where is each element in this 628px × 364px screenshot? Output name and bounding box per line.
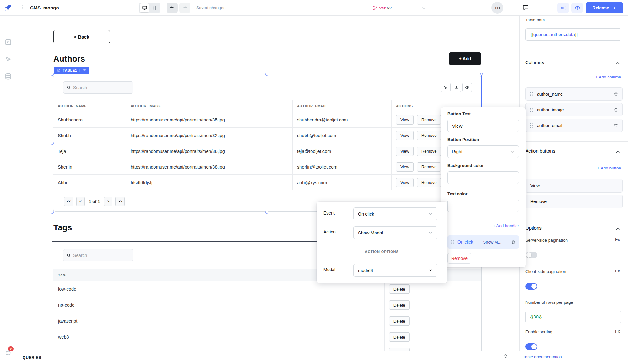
trash-icon[interactable] [614, 107, 618, 112]
table-row: web3 Delete [53, 329, 481, 345]
remove-button[interactable]: Remove [417, 178, 441, 187]
column-item-author-image[interactable]: author_image [525, 103, 623, 116]
collapse-columns-chevron-up-icon[interactable] [615, 61, 620, 66]
app-logo[interactable] [0, 0, 16, 16]
remove-button[interactable]: Remove [417, 147, 441, 156]
selection-handle[interactable] [51, 73, 54, 76]
drag-handle-icon[interactable] [530, 92, 533, 97]
undo-button[interactable] [167, 3, 178, 13]
column-header-author-name[interactable]: AUTHOR_NAME [53, 100, 126, 112]
section-divider [520, 53, 628, 53]
trash-icon[interactable] [83, 68, 86, 72]
action-select[interactable]: Show Modal [353, 226, 437, 239]
remove-action-button[interactable]: Remove [447, 253, 471, 264]
trash-icon[interactable] [614, 92, 618, 97]
chevron-down-icon [428, 231, 433, 235]
column-header-author-image[interactable]: AUTHOR_IMAGE [126, 100, 293, 112]
download-button[interactable] [452, 83, 461, 92]
hide-columns-button[interactable] [462, 83, 472, 92]
cell-author-email: sherfin@tooljet.com [293, 159, 392, 174]
filter-button[interactable] [441, 83, 451, 92]
debugger-button[interactable]: 2 [0, 349, 16, 357]
prev-page-button[interactable]: < [76, 197, 85, 206]
modal-select[interactable]: modal3 [353, 264, 437, 277]
view-button[interactable]: View [396, 115, 414, 125]
drag-handle-icon[interactable] [451, 239, 454, 244]
view-button[interactable]: View [396, 147, 414, 156]
table-documentation-link[interactable]: Table documentation [523, 355, 562, 359]
inspector-panel-button[interactable] [0, 56, 16, 63]
release-button[interactable]: Release [586, 2, 623, 13]
background-color-input[interactable] [447, 171, 519, 184]
app-menu-kebab-icon[interactable] [21, 5, 23, 9]
collapse-options-chevron-up-icon[interactable] [615, 226, 620, 232]
datasources-panel-button[interactable] [0, 73, 16, 80]
column-item-author-name[interactable]: author_name [525, 87, 623, 101]
fx-button[interactable]: Fx [615, 237, 620, 242]
table1-widget-badge[interactable]: TABLE1 | [54, 67, 89, 74]
drag-handle-icon[interactable] [530, 107, 533, 112]
next-page-button[interactable]: > [104, 197, 112, 206]
trash-icon[interactable] [614, 123, 618, 128]
button-position-select[interactable]: Right [447, 145, 519, 158]
event-select[interactable]: On click [353, 207, 437, 220]
avatar[interactable]: TD [491, 2, 503, 14]
selection-handle[interactable] [265, 211, 268, 214]
column-header-author-email[interactable]: AUTHOR_EMAIL [293, 100, 392, 112]
delete-button[interactable]: Delete [389, 300, 410, 310]
version-selector[interactable]: Ver v2 [373, 0, 392, 16]
cursor-icon [5, 56, 12, 63]
redo-button[interactable] [179, 3, 190, 13]
client-side-pagination-toggle[interactable] [525, 283, 537, 290]
column-item-author-email[interactable]: author_email [525, 119, 623, 132]
last-page-button[interactable]: >> [115, 197, 125, 206]
selection-handle[interactable] [51, 211, 54, 214]
preview-button[interactable] [571, 3, 583, 13]
rows-per-page-input[interactable]: {{30}} [525, 311, 621, 323]
view-button[interactable]: View [396, 162, 414, 172]
button-text-input[interactable] [447, 120, 519, 132]
add-button-link[interactable]: + Add button [597, 166, 621, 170]
share-button[interactable] [557, 3, 569, 13]
fx-button[interactable]: Fx [615, 269, 620, 273]
action-button-item-remove[interactable]: Remove [525, 195, 623, 208]
desktop-view-button[interactable] [140, 3, 149, 12]
back-button[interactable]: < Back [53, 30, 110, 43]
queries-panel-bar[interactable]: QUERIES [16, 351, 520, 364]
server-side-pagination-toggle[interactable] [525, 252, 537, 258]
trash-icon[interactable] [511, 240, 516, 244]
remove-button[interactable]: Remove [417, 131, 441, 140]
delete-button[interactable]: Delete [389, 332, 410, 342]
first-page-button[interactable]: << [64, 197, 73, 206]
mobile-view-button[interactable] [150, 3, 159, 12]
selection-handle[interactable] [51, 142, 54, 145]
enable-sorting-toggle[interactable] [525, 343, 537, 350]
add-column-link[interactable]: + Add column [595, 75, 621, 79]
authors-search-input[interactable] [73, 85, 127, 90]
pages-panel-button[interactable] [0, 38, 16, 46]
delete-button[interactable]: Delete [389, 284, 410, 294]
remove-button[interactable]: Remove [417, 115, 441, 125]
delete-button[interactable]: Delete [389, 316, 410, 326]
event-handler-row[interactable]: On click Show M... [447, 235, 519, 249]
remove-button[interactable]: Remove [417, 162, 441, 172]
text-color-input[interactable] [447, 200, 519, 212]
version-chevron-down-icon[interactable] [421, 6, 426, 11]
view-button[interactable]: View [396, 131, 414, 140]
action-button-item-view[interactable]: View [525, 179, 623, 193]
table-data-input[interactable]: {{queries.authors.data}} [525, 28, 621, 41]
comments-icon[interactable] [522, 4, 529, 11]
selection-handle[interactable] [265, 73, 268, 76]
selection-handle[interactable] [480, 73, 483, 76]
widget-badge-divider: | [79, 68, 80, 72]
drag-handle-icon[interactable] [530, 123, 533, 128]
view-button[interactable]: View [396, 178, 414, 187]
collapse-actions-chevron-up-icon[interactable] [615, 149, 620, 154]
tags-search-input[interactable] [73, 253, 127, 258]
fx-button[interactable]: Fx [615, 329, 620, 334]
add-handler-link[interactable]: + Add handler [493, 223, 519, 228]
action-button-config-popover: Button Text Button Position Right Backgr… [441, 107, 526, 267]
queries-expand-button[interactable] [504, 354, 507, 359]
add-author-button[interactable]: + Add [449, 52, 481, 65]
column-header-tag[interactable]: TAG [58, 273, 66, 277]
